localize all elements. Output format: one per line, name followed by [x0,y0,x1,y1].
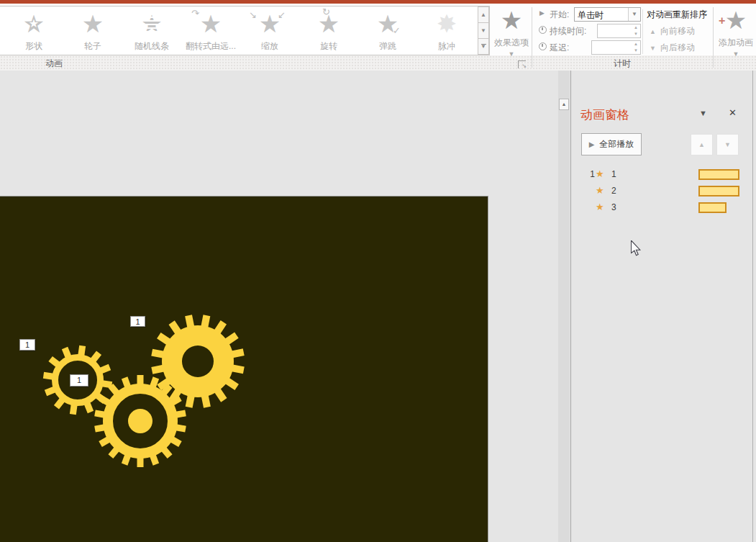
fly-in-star-icon: ★↷ [181,9,240,39]
start-label: 开始: [550,9,569,21]
random-bars-star-icon: ★ [122,9,181,39]
effect-options-button[interactable]: ★ 效果选项 ▼ [492,6,531,55]
animation-effects-gallery: ★★ 形状 ★ 轮子 ★ 随机线条 ★↷ 翻转式由远... ★↘↙ 缩放 ★↻ … [0,6,490,55]
delay-spinner[interactable]: ▲▼ [591,40,641,55]
move-later-button[interactable]: ▼向后移动 [650,42,695,54]
pane-menu-chevron-icon[interactable]: ▼ [699,109,707,117]
gallery-scroll-buttons: ▲ ▼ ▼ [478,6,489,55]
gallery-more-button[interactable]: ▼ [478,38,489,55]
spin-star-icon: ★↻ [299,9,358,39]
gears-graphic[interactable] [0,197,488,542]
powerpoint-window: 动画 计时 ★★ 形状 ★ 轮子 ★ 随机线条 ★↷ 翻转式由远... ★↘↙ [0,0,756,542]
timeline-bar[interactable] [698,202,727,213]
spinner-arrows-icon[interactable]: ▲▼ [632,24,640,37]
triangle-up-icon: ▲ [650,28,656,35]
effect-options-star-icon: ★ [492,6,531,35]
add-animation-button[interactable]: ★+ 添加动画 ▼ [716,6,756,68]
gallery-item-fly-in[interactable]: ★↷ 翻转式由远... [181,7,240,53]
ribbon-group-label-strip: 动画 计时 [0,55,756,71]
group-separator [532,7,532,68]
separator [642,9,643,54]
plus-icon: + [719,6,725,35]
animation-number-tag[interactable]: 1 [70,374,88,387]
chevron-down-icon: ▼ [492,50,531,58]
pane-close-icon[interactable]: ✕ [729,107,737,118]
gallery-item-wheel[interactable]: ★ 轮子 [63,7,122,53]
scrollbar-up-button[interactable]: ▲ [559,99,569,110]
add-animation-star-icon: ★+ [716,6,756,35]
duration-label: 持续时间: [550,25,586,37]
triangle-down-icon: ▼ [650,45,656,52]
gallery-scroll-up-button[interactable]: ▲ [478,6,489,23]
gallery-item-bounce[interactable]: ★✓ 弹跳 [358,7,417,53]
timeline-bar[interactable] [698,169,739,180]
timeline-bar[interactable] [698,186,739,197]
slide[interactable]: 1 1 1 [0,196,488,542]
wheel-star-icon: ★ [63,9,122,39]
gallery-scroll-down-button[interactable]: ▼ [478,22,489,39]
start-value: 单击时 [578,9,604,22]
group-separator [713,7,714,68]
ribbon-animations-tab: 动画 计时 ★★ 形状 ★ 轮子 ★ 随机线条 ★↷ 翻转式由远... ★↘↙ [0,4,756,71]
bounce-star-icon: ★✓ [358,9,417,39]
zoom-star-icon: ★↘↙ [240,9,299,39]
animation-list-item[interactable]: ★ 2 [573,183,752,199]
play-all-button[interactable]: ▶全部播放 [581,133,642,155]
group-label-timing: 计时 [532,58,713,70]
mouse-cursor [631,240,641,256]
gallery-item-spin[interactable]: ★↻ 旋转 [299,7,358,53]
animation-list-item[interactable]: 1 ★ 1 [573,166,752,183]
gallery-item-random-bars[interactable]: ★ 随机线条 [122,7,181,53]
animation-number-tag[interactable]: 1 [19,339,35,351]
gallery-item-zoom[interactable]: ★↘↙ 缩放 [240,7,299,53]
animation-pane: 动画窗格 ▼ ✕ ▶全部播放 ▲ ▼ 1 ★ 1 ★ 2 ★ [573,71,753,542]
delay-label: 延迟: [550,42,569,54]
editing-canvas: 1 1 1 ▲ 动画窗格 ▼ ✕ ▶全部播放 ▲ ▼ 1 ★ 1 [0,71,756,542]
start-combobox[interactable]: 单击时 ▼ [574,7,641,22]
duration-spinner[interactable]: ▲▼ [597,24,641,38]
slide-scrollbar-track[interactable]: ▲ [558,71,570,542]
reorder-animation-title: 对动画重新排序 [647,9,707,21]
pane-move-down-button[interactable]: ▼ [716,134,739,155]
animation-star-icon: ★ [596,185,604,196]
delay-clock-icon [539,42,547,50]
duration-clock-icon [539,26,547,34]
pane-divider[interactable] [570,71,571,542]
gallery-item-pulse[interactable]: ✸ 脉冲 [417,7,476,53]
chevron-down-icon: ▼ [716,50,756,58]
animation-star-icon: ★ [596,202,604,212]
gallery-item-shape[interactable]: ★★ 形状 [4,7,63,53]
play-icon: ▶ [589,140,595,148]
animation-dialog-launcher[interactable]: ↘ [518,60,526,68]
combo-dropdown-icon[interactable]: ▼ [628,8,640,21]
pulse-star-icon: ✸ [417,9,476,39]
shape-star-icon: ★★ [4,9,63,39]
animation-star-icon: ★ [596,168,604,179]
group-label-animation: 动画 [0,58,108,70]
spinner-arrows-icon[interactable]: ▲▼ [632,41,640,54]
move-earlier-button[interactable]: ▲向前移动 [650,25,695,37]
start-play-icon: ▶ [539,9,545,17]
animation-pane-title: 动画窗格 [580,107,629,123]
pane-move-up-button[interactable]: ▲ [691,134,713,155]
animation-number-tag[interactable]: 1 [130,316,145,327]
animation-list-item[interactable]: ★ 3 [573,199,752,216]
